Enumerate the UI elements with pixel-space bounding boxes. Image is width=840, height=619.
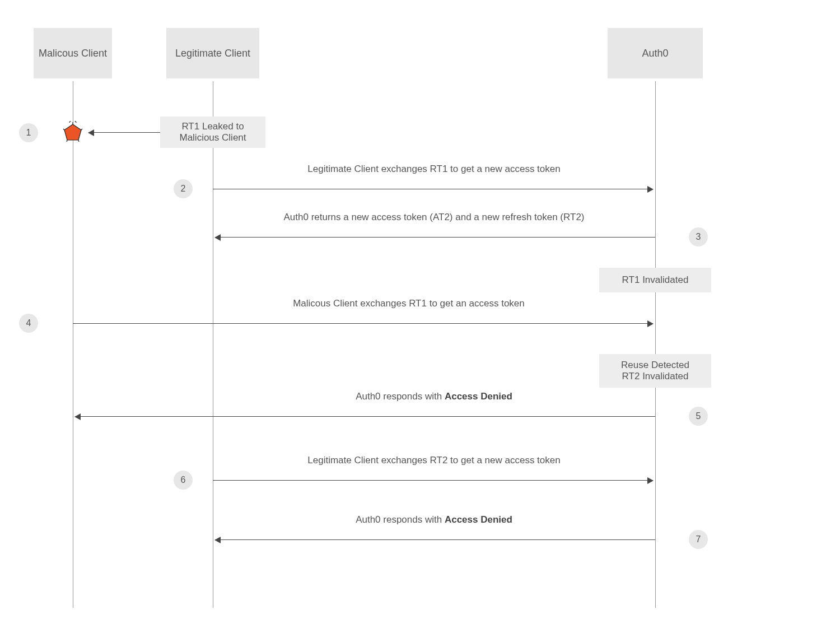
step-marker-1: 1 [19, 123, 38, 142]
message-step4: Malicous Client exchanges RT1 to get an … [213, 298, 605, 309]
message-text: Legitimate Client exchanges RT1 to get a… [307, 164, 560, 174]
arrow-step6 [213, 480, 653, 481]
svg-marker-0 [64, 124, 81, 140]
step-number: 5 [696, 411, 701, 421]
lifeline-auth0 [655, 81, 656, 608]
lifeline-legitimate [213, 81, 213, 608]
step-marker-5: 5 [689, 407, 708, 426]
message-step6: Legitimate Client exchanges RT2 to get a… [213, 455, 655, 466]
step-number: 3 [696, 232, 701, 242]
message-text: Auth0 returns a new access token (AT2) a… [283, 212, 584, 222]
arrow-step4 [73, 323, 653, 324]
note-text-line1: Reuse Detected [621, 360, 689, 371]
arrow-step5 [75, 416, 655, 417]
message-step2: Legitimate Client exchanges RT1 to get a… [213, 164, 655, 175]
note-text: RT1 Leaked to Malicious Client [166, 121, 260, 143]
step-number: 7 [696, 534, 701, 544]
actor-label: Legitimate Client [175, 48, 250, 59]
arrow-step3 [215, 237, 655, 238]
step-number: 1 [26, 128, 31, 138]
note-text: RT1 Invalidated [622, 274, 689, 286]
message-text-prefix: Auth0 responds with [356, 391, 445, 402]
message-text-prefix: Auth0 responds with [356, 514, 445, 525]
arrow-step1 [88, 132, 160, 133]
step-number: 6 [181, 475, 186, 485]
message-text-bold: Access Denied [445, 391, 512, 402]
step-number: 4 [26, 318, 31, 328]
actor-label: Auth0 [642, 48, 668, 59]
actor-auth0: Auth0 [608, 28, 703, 78]
hacker-icon [62, 121, 84, 143]
note-rt1-invalidated: RT1 Invalidated [599, 268, 711, 292]
note-text-line2: RT2 Invalidated [622, 371, 689, 382]
message-text-bold: Access Denied [445, 514, 512, 525]
actor-label: Malicous Client [39, 48, 107, 59]
step-marker-6: 6 [174, 471, 193, 490]
note-reuse-detected: Reuse Detected RT2 Invalidated [599, 354, 711, 388]
lifeline-malicious [73, 81, 73, 608]
arrow-step7 [215, 539, 655, 540]
actor-malicious-client: Malicous Client [34, 28, 112, 78]
actor-legitimate-client: Legitimate Client [166, 28, 259, 78]
message-step5: Auth0 responds with Access Denied [213, 391, 655, 402]
message-step3: Auth0 returns a new access token (AT2) a… [213, 212, 655, 223]
step-marker-2: 2 [174, 179, 193, 198]
message-step7: Auth0 responds with Access Denied [213, 514, 655, 525]
arrow-step2 [213, 189, 653, 189]
step-marker-7: 7 [689, 530, 708, 549]
sequence-diagram: Malicous Client Legitimate Client Auth0 … [17, 17, 823, 602]
step-marker-3: 3 [689, 227, 708, 246]
message-text: Malicous Client exchanges RT1 to get an … [293, 298, 525, 309]
message-text: Legitimate Client exchanges RT2 to get a… [307, 455, 560, 466]
step-number: 2 [181, 184, 186, 194]
note-rt1-leaked: RT1 Leaked to Malicious Client [160, 117, 265, 148]
step-marker-4: 4 [19, 314, 38, 333]
